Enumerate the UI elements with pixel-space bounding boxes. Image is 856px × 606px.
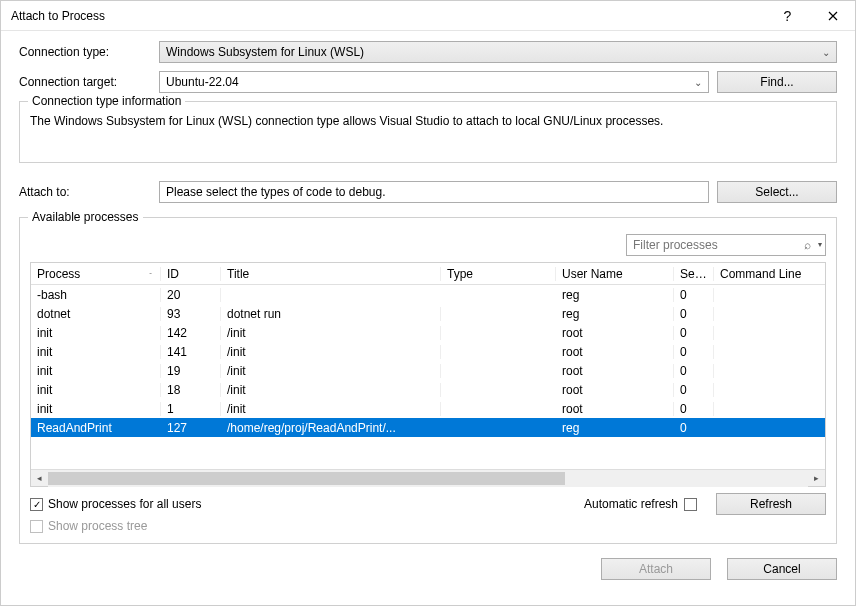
table-row[interactable]: -bash20reg0: [31, 285, 825, 304]
available-processes-group: Available processes Filter processes ⌕ ▾…: [19, 217, 837, 544]
connection-type-dropdown[interactable]: Windows Subsystem for Linux (WSL) ⌄: [159, 41, 837, 63]
help-button[interactable]: ?: [765, 1, 810, 31]
cell: 127: [161, 421, 221, 435]
col-type[interactable]: Type: [441, 267, 556, 281]
cell: init: [31, 345, 161, 359]
cell: 0: [674, 402, 714, 416]
window-title: Attach to Process: [11, 9, 765, 23]
connection-target-combo[interactable]: Ubuntu-22.04 ⌄: [159, 71, 709, 93]
cell: /init: [221, 402, 441, 416]
cell: 0: [674, 364, 714, 378]
chevron-down-icon: ▾: [818, 240, 822, 249]
col-process[interactable]: Processˆ: [31, 267, 161, 281]
horizontal-scrollbar[interactable]: ◂ ▸: [31, 469, 825, 486]
cell: 141: [161, 345, 221, 359]
show-tree-checkbox: [30, 520, 43, 533]
titlebar: Attach to Process ?: [1, 1, 855, 31]
scroll-track[interactable]: [48, 470, 808, 487]
show-all-users-checkbox[interactable]: ✓: [30, 498, 43, 511]
cell: root: [556, 326, 674, 340]
find-button[interactable]: Find...: [717, 71, 837, 93]
col-title[interactable]: Title: [221, 267, 441, 281]
filter-input[interactable]: Filter processes ⌕ ▾: [626, 234, 826, 256]
close-icon: [828, 11, 838, 21]
col-session[interactable]: Ses...: [674, 267, 714, 281]
cell: dotnet run: [221, 307, 441, 321]
connection-type-info-group: Connection type information The Windows …: [19, 101, 837, 163]
select-button[interactable]: Select...: [717, 181, 837, 203]
cell: 0: [674, 288, 714, 302]
cell: 142: [161, 326, 221, 340]
cell: init: [31, 326, 161, 340]
table-row[interactable]: dotnet93dotnet runreg0: [31, 304, 825, 323]
search-icon: ⌕: [804, 238, 811, 252]
table-row[interactable]: init19/initroot0: [31, 361, 825, 380]
cell: dotnet: [31, 307, 161, 321]
connection-target-label: Connection target:: [19, 75, 159, 89]
show-tree-label: Show process tree: [48, 519, 147, 533]
cell: 0: [674, 345, 714, 359]
cell: 93: [161, 307, 221, 321]
cell: reg: [556, 307, 674, 321]
chevron-down-icon: ⌄: [822, 47, 830, 58]
cell: init: [31, 383, 161, 397]
cell: /init: [221, 326, 441, 340]
group-legend: Connection type information: [28, 94, 185, 108]
cell: 0: [674, 383, 714, 397]
scroll-left-icon[interactable]: ◂: [31, 470, 48, 487]
table-row[interactable]: init1/initroot0: [31, 399, 825, 418]
filter-placeholder: Filter processes: [633, 238, 718, 252]
cell: /init: [221, 383, 441, 397]
attach-button[interactable]: Attach: [601, 558, 711, 580]
cell: init: [31, 364, 161, 378]
chevron-down-icon: ⌄: [694, 77, 702, 88]
cell: 19: [161, 364, 221, 378]
cell: /init: [221, 345, 441, 359]
cell: root: [556, 402, 674, 416]
connection-info-text: The Windows Subsystem for Linux (WSL) co…: [30, 114, 826, 128]
cell: 0: [674, 421, 714, 435]
cell: /init: [221, 364, 441, 378]
cell: -bash: [31, 288, 161, 302]
group-legend-available: Available processes: [28, 210, 143, 224]
close-button[interactable]: [810, 1, 855, 31]
cell: root: [556, 364, 674, 378]
attach-to-text: Please select the types of code to debug…: [166, 185, 385, 199]
cancel-button[interactable]: Cancel: [727, 558, 837, 580]
col-user[interactable]: User Name: [556, 267, 674, 281]
table-header: Processˆ ID Title Type User Name Ses... …: [31, 263, 825, 285]
show-all-users-label: Show processes for all users: [48, 497, 201, 511]
attach-to-field: Please select the types of code to debug…: [159, 181, 709, 203]
table-body: -bash20reg0dotnet93dotnet runreg0init142…: [31, 285, 825, 437]
attach-to-label: Attach to:: [19, 185, 159, 199]
auto-refresh-checkbox[interactable]: [684, 498, 697, 511]
scroll-right-icon[interactable]: ▸: [808, 470, 825, 487]
cell: ReadAndPrint: [31, 421, 161, 435]
cell: 1: [161, 402, 221, 416]
sort-asc-icon: ˆ: [149, 271, 152, 280]
refresh-button[interactable]: Refresh: [716, 493, 826, 515]
cell: /home/reg/proj/ReadAndPrint/...: [221, 421, 441, 435]
cell: reg: [556, 421, 674, 435]
cell: 18: [161, 383, 221, 397]
connection-type-label: Connection type:: [19, 45, 159, 59]
cell: root: [556, 383, 674, 397]
cell: init: [31, 402, 161, 416]
col-cmd[interactable]: Command Line: [714, 267, 825, 281]
cell: reg: [556, 288, 674, 302]
auto-refresh-label: Automatic refresh: [584, 497, 678, 511]
process-table: Processˆ ID Title Type User Name Ses... …: [30, 262, 826, 487]
table-row[interactable]: ReadAndPrint127/home/reg/proj/ReadAndPri…: [31, 418, 825, 437]
cell: 20: [161, 288, 221, 302]
connection-type-value: Windows Subsystem for Linux (WSL): [166, 45, 364, 59]
table-row[interactable]: init142/initroot0: [31, 323, 825, 342]
connection-target-value: Ubuntu-22.04: [166, 75, 239, 89]
table-row[interactable]: init141/initroot0: [31, 342, 825, 361]
col-id[interactable]: ID: [161, 267, 221, 281]
table-row[interactable]: init18/initroot0: [31, 380, 825, 399]
cell: 0: [674, 326, 714, 340]
scroll-thumb[interactable]: [48, 472, 565, 485]
cell: root: [556, 345, 674, 359]
cell: 0: [674, 307, 714, 321]
